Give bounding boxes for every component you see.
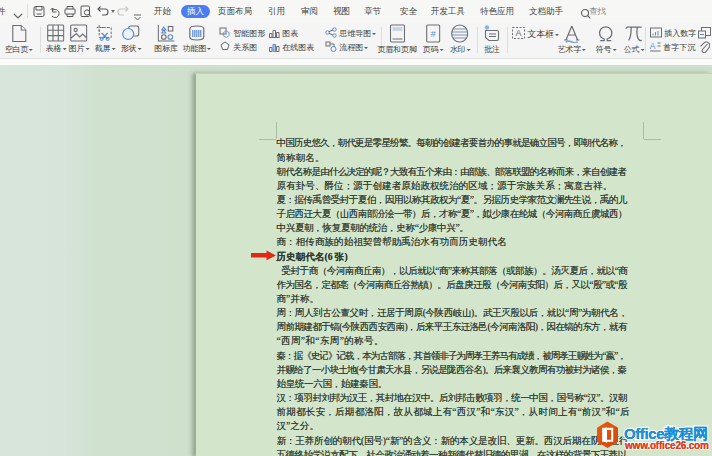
svg-text:A: A [650, 41, 656, 51]
svg-text:A: A [515, 28, 521, 38]
svg-text:#: # [430, 29, 435, 39]
svg-text:www.office26.com: www.office26.com [624, 440, 709, 451]
